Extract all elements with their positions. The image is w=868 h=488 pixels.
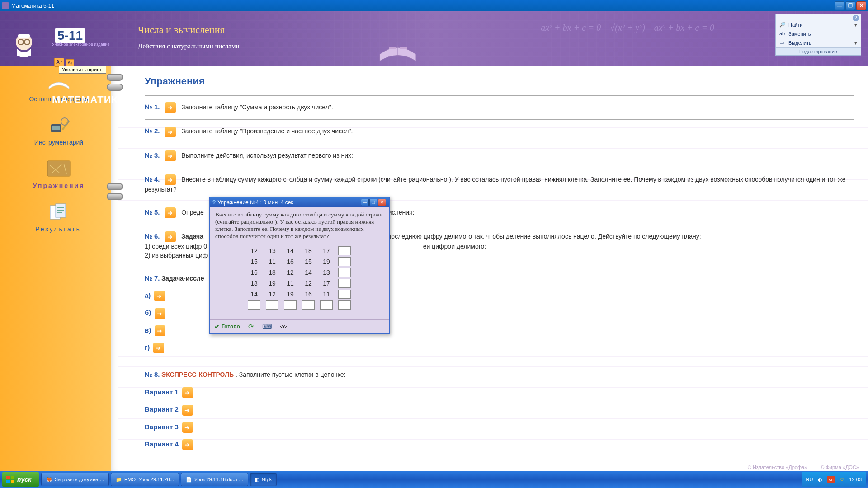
col-sum-input[interactable]: [320, 300, 333, 310]
exercise-modal: ? Упражнение №4 : 0 мин 4 сек — ❐ ✕ Внес…: [209, 197, 390, 334]
go-button[interactable]: [155, 308, 165, 319]
go-button[interactable]: [154, 291, 165, 301]
exercise-number: № 4.: [145, 175, 160, 183]
cursor-icon: ▭: [779, 40, 786, 46]
exercise-text: Выполните действия, используя результат …: [181, 152, 353, 159]
modal-body: Внесите в таблицу сумму каждого столбца …: [210, 207, 389, 319]
report-icon: [45, 202, 72, 223]
blackboard-icon: [45, 159, 72, 179]
exercise-table: 1213141817 1511161519 1618121413 1819111…: [243, 244, 355, 311]
col-sum-input[interactable]: [302, 300, 315, 310]
exercise-text: . Заполните пустые клетки в цепочке:: [236, 371, 346, 378]
nav-exercises[interactable]: Упражнения: [0, 152, 118, 196]
row-sum-input[interactable]: [338, 279, 351, 288]
go-button[interactable]: [153, 343, 164, 353]
refresh-icon[interactable]: ⟳: [248, 323, 254, 331]
row-sum-input[interactable]: [338, 257, 351, 266]
replace-icon: ab: [779, 31, 786, 37]
nav-results[interactable]: Результаты: [0, 196, 118, 239]
section-subtitle: Действия с натуральными числами: [138, 42, 240, 50]
go-button[interactable]: [182, 405, 193, 416]
exercise-number: № 5.: [145, 208, 160, 216]
go-button[interactable]: [165, 207, 176, 218]
go-button[interactable]: [155, 325, 165, 336]
language-indicator[interactable]: RU: [806, 477, 813, 482]
variant-label: Вариант 3: [145, 423, 179, 431]
exercise-text-pre: Опреде: [181, 209, 204, 216]
clock[interactable]: 12:03: [849, 477, 862, 482]
go-button[interactable]: [165, 102, 176, 113]
eye-icon[interactable]: 👁: [280, 323, 287, 331]
book-icon: [375, 32, 420, 68]
app-logo: МАТЕМАТИКА5-11 Учебное электронное издан…: [52, 28, 109, 47]
total-sum-input[interactable]: [338, 300, 351, 310]
svg-point-8: [61, 118, 68, 125]
go-button[interactable]: [165, 127, 176, 137]
go-button[interactable]: [182, 439, 193, 450]
exercise-row: № 1. Заполните таблицу "Сумма и разность…: [145, 95, 854, 119]
modal-titlebar[interactable]: ? Упражнение №4 : 0 мин 4 сек — ❐ ✕: [210, 197, 389, 207]
keyboard-icon[interactable]: ⌨: [262, 323, 272, 331]
col-sum-input[interactable]: [266, 300, 278, 310]
taskbar-item[interactable]: 📄Урок 29.11.16.docx ...: [181, 473, 248, 486]
taskbar-item[interactable]: 🦊Загрузить документ...: [41, 473, 109, 486]
exercise-row: № 8. ЭКСПРЕСС-КОНТРОЛЬ . Заполните пусты…: [145, 363, 854, 460]
variant-label: Вариант 4: [145, 440, 179, 448]
close-button[interactable]: ✕: [856, 1, 866, 10]
done-button[interactable]: ✔Готово: [214, 323, 240, 330]
ribbon-help-icon[interactable]: ?: [853, 15, 859, 21]
exercise-bold: Задача-иссле: [161, 275, 204, 282]
sub-label: а): [145, 291, 151, 299]
exercise-highlight: ЭКСПРЕСС-КОНТРОЛЬ: [161, 371, 234, 378]
windows-icon: [6, 476, 14, 483]
svg-rect-5: [400, 47, 407, 49]
modal-footer: ✔Готово ⟳ ⌨ 👁: [210, 319, 389, 333]
find-button[interactable]: 🔎 Найти▾: [776, 20, 861, 29]
sub-label: б): [145, 309, 151, 316]
window-titlebar: Математика 5-11 — ❐ ✕: [0, 0, 868, 11]
tools-icon: [45, 115, 72, 136]
taskbar: пуск 🦊Загрузить документ... 📁РМО_Урок 29…: [0, 471, 868, 488]
system-tray[interactable]: RU ◐ ATI 🛡 12:03: [802, 472, 866, 487]
row-sum-input[interactable]: [338, 290, 351, 299]
exercise-number: № 2.: [145, 127, 160, 135]
tray-shield-icon[interactable]: 🛡: [838, 476, 845, 483]
binoculars-icon: 🔎: [779, 22, 786, 28]
col-sum-input[interactable]: [284, 300, 297, 310]
modal-close-button[interactable]: ✕: [378, 199, 386, 206]
go-button[interactable]: [165, 174, 176, 185]
go-button[interactable]: [182, 422, 193, 433]
row-sum-input[interactable]: [338, 268, 351, 277]
binder-ring-icon: [107, 193, 121, 201]
exercise-text: Внесите в таблицу сумму каждого столбца …: [145, 176, 845, 193]
svg-rect-4: [389, 47, 396, 49]
check-icon: ✔: [214, 323, 220, 330]
modal-minimize-button[interactable]: —: [361, 199, 369, 206]
question-icon: ?: [212, 199, 216, 206]
minimize-button[interactable]: —: [835, 1, 844, 10]
maximize-button[interactable]: ❐: [845, 1, 855, 10]
exercise-number: № 7.: [145, 274, 160, 282]
svg-rect-1: [18, 34, 30, 38]
word-icon: 📄: [186, 477, 192, 483]
row-sum-input[interactable]: [338, 246, 351, 255]
go-button[interactable]: [165, 231, 176, 242]
replace-button[interactable]: ab Заменить: [776, 29, 861, 38]
tray-icon[interactable]: ◐: [816, 476, 824, 483]
go-button[interactable]: [182, 387, 193, 398]
start-button[interactable]: пуск: [2, 472, 39, 487]
select-button[interactable]: ▭ Выделить▾: [776, 38, 861, 47]
tray-ati-icon[interactable]: ATI: [827, 476, 835, 483]
variant-label: Вариант 2: [145, 405, 179, 413]
modal-maximize-button[interactable]: ❐: [369, 199, 377, 206]
firefox-icon: 🦊: [46, 477, 52, 483]
exercise-number: № 3.: [145, 151, 160, 159]
nav-tools[interactable]: Инструментарий: [0, 109, 118, 152]
page-title: Упражнения: [145, 75, 854, 87]
col-sum-input[interactable]: [248, 300, 260, 310]
go-button[interactable]: [165, 150, 176, 161]
taskbar-item[interactable]: 📁РМО_Урок 29.11.20...: [111, 473, 179, 486]
taskbar-item[interactable]: ◧Nfpk: [250, 473, 277, 486]
sub-label: в): [145, 326, 151, 334]
exercise-row: № 4. Внесите в таблицу сумму каждого сто…: [145, 168, 854, 201]
